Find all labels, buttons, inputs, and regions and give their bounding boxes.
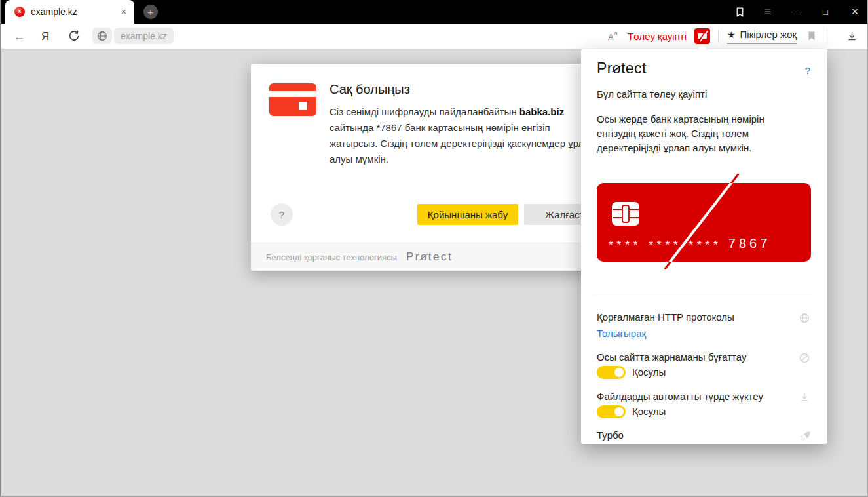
http-protocol-label: Қорғалмаған HTTP протоколы [597,311,734,323]
bookmark-icon[interactable] [806,24,817,49]
panel-divider [597,294,812,294]
window-minimize-button[interactable]: — [789,0,805,24]
panel-status-text: Бұл сайтта төлеу қауіпті [597,89,707,100]
auto-download-label: Файлдарды автоматты түрде жүктеу [597,391,763,402]
blocked-icon [799,353,810,366]
titlebar: × example.kz × + ≡ — □ × [0,0,868,24]
protect-logo: Protect [406,250,453,264]
yandex-home-button[interactable]: Я [41,24,49,49]
protect-warning-badge-icon[interactable] [694,28,710,44]
close-tab-button[interactable]: Қойыншаны жабу [417,204,518,225]
panel-caret [696,45,708,50]
site-globe-icon[interactable] [92,28,112,44]
reviews-label: Пікірлер жоқ [740,29,797,40]
ad-block-toggle[interactable] [597,366,626,379]
auto-download-state: Қосулы [632,406,666,417]
download-icon [799,392,810,405]
site-name: babka.biz [519,106,564,117]
page-background: Сақ болыңыз Сіз сенімді шифрлауды пайдал… [0,49,868,497]
more-details-link[interactable]: Толығырақ [597,328,646,339]
bank-card-graphic: **** **** ****7867 [597,183,811,262]
toolbar: ← Я example.kz Aа Төлеу қауіпті ★Пікірле… [0,24,868,49]
toggle-knob [614,407,624,416]
globe-icon [799,313,810,326]
browser-tab[interactable]: × example.kz × [5,0,134,24]
card-chip-icon [611,201,640,229]
tab-close-icon[interactable]: × [121,7,126,16]
bank-card-icon [269,83,316,116]
payment-warning-label: Төлеу қауіпті [628,24,687,49]
dialog-title: Сақ болыңыз [330,82,410,97]
rocket-icon [799,430,810,444]
toggle-knob [614,368,624,377]
translate-icon[interactable]: Aа [608,24,618,49]
error-favicon-icon: × [14,7,25,17]
menu-hamburger-icon[interactable]: ≡ [760,0,776,24]
auto-download-toggle[interactable] [597,405,626,418]
crossed-bank-card: **** **** ****7867 [597,183,811,262]
downloads-icon[interactable] [846,24,858,49]
protect-panel-title: Protect [597,60,647,77]
toolbar-divider [718,30,719,43]
dialog-body: Сіз сенімді шифрлауды пайдаланбайтын bab… [330,104,595,167]
new-tab-button[interactable]: + [143,5,158,19]
reload-button[interactable] [68,24,80,49]
star-icon: ★ [727,30,736,40]
url-text: example.kz [114,31,174,41]
toolbar-divider [827,30,827,43]
window-maximize-button[interactable]: □ [818,0,833,24]
address-bar[interactable]: example.kz [114,28,174,44]
back-button[interactable]: ← [13,24,26,49]
dialog-footer: Белсенді қорғаныс технологиясы Protect [251,243,618,271]
dialog-help-button[interactable]: ? [271,203,293,226]
sidebar-panel-icon[interactable] [732,0,747,24]
ad-block-label: Осы сайтта жарнаманы бұғаттау [597,351,746,363]
payment-warning-dialog: Сақ болыңыз Сіз сенімді шифрлауды пайдал… [251,64,618,271]
ad-block-state: Қосулы [632,367,666,378]
reviews-button[interactable]: ★Пікірлер жоқ [727,24,797,49]
turbo-label: Турбо [597,429,624,441]
card-number: **** **** ****7867 [609,236,770,251]
protect-panel: Protect ? Бұл сайтта төлеу қауіпті Осы ж… [581,49,827,444]
window-close-button[interactable]: × [847,0,863,24]
panel-help-button[interactable]: ? [805,65,810,76]
panel-description: Осы жерде банк картасының нөмірін енгізу… [597,112,783,155]
tab-title: example.kz [31,7,121,17]
protect-tagline: Белсенді қорғаныс технологиясы [266,252,397,262]
